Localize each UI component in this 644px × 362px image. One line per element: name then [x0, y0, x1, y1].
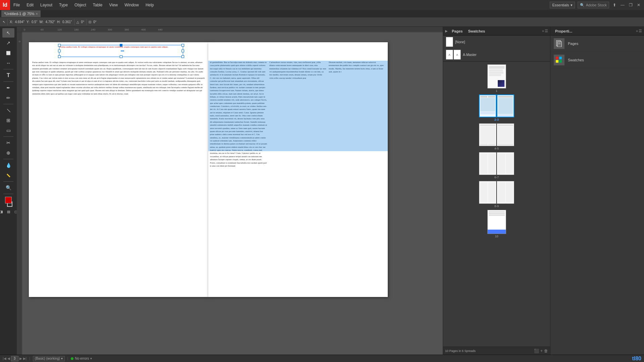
page-1-image-thumb	[498, 80, 504, 87]
page-9-preview	[497, 181, 514, 203]
menu-edit[interactable]: Edit	[23, 0, 37, 10]
apply-color-button[interactable]: ◨	[0, 209, 4, 214]
svg-rect-17	[559, 57, 562, 59]
page-3-content	[497, 95, 514, 117]
page-8-cols	[480, 182, 495, 203]
maximize-button[interactable]: ❐	[628, 2, 633, 8]
gap-tool[interactable]: ↔	[2, 58, 14, 68]
page-1-thumb-preview	[488, 65, 506, 88]
page-2-thumb[interactable]	[479, 95, 496, 117]
swatches-prop-item[interactable]: Swatches	[550, 52, 644, 68]
zoom-tool[interactable]: 🔍	[2, 183, 14, 192]
canvas: Porias audisci tem. Et vellupi cimpora e…	[22, 32, 443, 355]
selection-tool[interactable]: ↖	[2, 28, 14, 38]
pen-tool[interactable]: ✒	[2, 83, 14, 93]
transform-tool[interactable]: ⊕	[2, 148, 14, 158]
pencil-tool[interactable]: ✏	[2, 93, 14, 103]
pages-icon-svg	[556, 40, 562, 47]
properties-tab-button[interactable]: Properti...	[552, 29, 575, 33]
tools-panel: ↖ ↗ ⬜ ↔ T ✒ ✏ | ⊞ ▭ ✂ ⊕ 💧 📏 🔍	[0, 27, 17, 355]
style-selector[interactable]: (Basic) (working) ▾	[33, 356, 65, 361]
stock-search[interactable]: 🔍 Adobe Stock	[578, 2, 609, 8]
panel-options-chevron[interactable]: »	[542, 29, 544, 33]
next-page-button[interactable]: ▶	[19, 357, 22, 360]
spread-4-5-label: 4-5	[494, 147, 499, 150]
y-label: Y:	[26, 20, 30, 24]
handle-bl[interactable]	[58, 55, 61, 58]
document-tab[interactable]: *Untitled-1 @ 75% ×	[1, 10, 41, 17]
close-button[interactable]: ✕	[636, 2, 641, 8]
type-tool[interactable]: T	[2, 71, 14, 80]
panel-options-menu[interactable]: ☰	[545, 29, 548, 33]
menu-window[interactable]: Window	[121, 0, 142, 10]
menu-type[interactable]: Type	[56, 0, 71, 10]
upload-icon[interactable]: ⬆	[612, 2, 617, 8]
page-5-thumb[interactable]	[497, 123, 514, 146]
svg-text:180: 180	[74, 28, 79, 31]
page-1-thumb[interactable]	[487, 64, 506, 88]
essentials-dropdown[interactable]: Essentials ▾	[550, 2, 575, 8]
pages-tab-button[interactable]: Pages	[449, 29, 465, 33]
menu-object[interactable]: Object	[71, 0, 90, 10]
page-tool[interactable]: ⬜	[2, 48, 14, 58]
page-2-main	[480, 98, 495, 111]
p4-l1	[480, 124, 495, 126]
status-bar: |◀ ◀ ▶ ▶| | (Basic) (working) ▾ | No err…	[0, 355, 644, 362]
page-9-thumb[interactable]	[497, 181, 514, 204]
spread-2-3-label: 2-3	[494, 118, 499, 121]
page-4-thumb[interactable]	[479, 123, 496, 146]
page-navigation: |◀ ◀ ▶ ▶|	[3, 356, 26, 361]
svg-text:360: 360	[124, 28, 129, 31]
menu-layout[interactable]: Layout	[37, 0, 56, 10]
page-7-preview	[497, 153, 514, 175]
menu-view[interactable]: View	[106, 0, 121, 10]
new-page-icon[interactable]: +	[540, 349, 543, 353]
stock-search-icon: 🔍	[580, 3, 585, 7]
a-master-thumbs: A A	[446, 50, 461, 60]
props-options-menu[interactable]: ☰	[639, 29, 642, 33]
doc-tab-close-button[interactable]: ×	[36, 12, 38, 16]
ruler-v-svg: 0	[17, 32, 22, 355]
page-8-thumb[interactable]	[479, 181, 496, 204]
apply-gradient-button[interactable]: ▤	[5, 209, 12, 214]
props-options-chevron[interactable]: »	[636, 29, 638, 33]
page-3-thumb[interactable]	[497, 95, 514, 117]
last-page-button[interactable]: ▶|	[23, 357, 27, 360]
spread-8-9: 8-9	[444, 181, 549, 208]
svg-rect-19	[559, 60, 562, 63]
svg-text:300: 300	[108, 28, 112, 31]
page-7-cols	[498, 153, 513, 174]
menu-file[interactable]: File	[10, 0, 23, 10]
new-spread-icon[interactable]: ⬛	[534, 349, 539, 353]
angle-icon: △	[76, 20, 79, 24]
frame-tool[interactable]: ⊞	[2, 116, 14, 125]
page-6-thumb[interactable]	[479, 152, 496, 175]
direct-selection-tool[interactable]: ↗	[2, 38, 14, 48]
page-right-columns: di genimillabo. Bus ut facculpa num nis …	[210, 61, 386, 295]
handle-bm[interactable]	[120, 55, 122, 58]
p9-c1	[498, 182, 505, 203]
swatches-tab-button[interactable]: Swatches	[465, 29, 488, 33]
panel-options: » ☰	[542, 29, 548, 33]
first-page-button[interactable]: |◀	[3, 357, 6, 360]
fill-box[interactable]	[5, 197, 12, 203]
handle-br[interactable]	[181, 55, 184, 58]
page-7-thumb[interactable]	[497, 152, 514, 175]
eyedropper-tool[interactable]: 💧	[2, 161, 14, 170]
page-10-thumb[interactable]	[487, 210, 506, 234]
pages-prop-item[interactable]: Pages	[550, 36, 644, 52]
scissors-tool[interactable]: ✂	[2, 138, 14, 147]
ruler-h-svg: 0 60 120 180 240 300 360 400 440	[22, 27, 443, 32]
page-left-text: Porias audisci tem. Et vellupi cimpora e…	[32, 61, 205, 295]
page-number-input[interactable]	[11, 356, 18, 361]
measure-tool[interactable]: 📏	[2, 171, 14, 180]
page-right: di genimillabo. Bus ut facculpa num nis …	[208, 42, 388, 297]
rectangle-tool[interactable]: ▭	[2, 126, 14, 135]
prev-page-button[interactable]: ◀	[7, 357, 10, 360]
minimize-button[interactable]: —	[620, 2, 625, 8]
menu-table[interactable]: Table	[90, 0, 106, 10]
svg-text:400: 400	[141, 28, 146, 31]
menu-help[interactable]: Help	[142, 0, 157, 10]
delete-page-icon[interactable]: 🗑	[544, 349, 548, 353]
document-tab-bar: *Untitled-1 @ 75% ×	[0, 10, 644, 17]
